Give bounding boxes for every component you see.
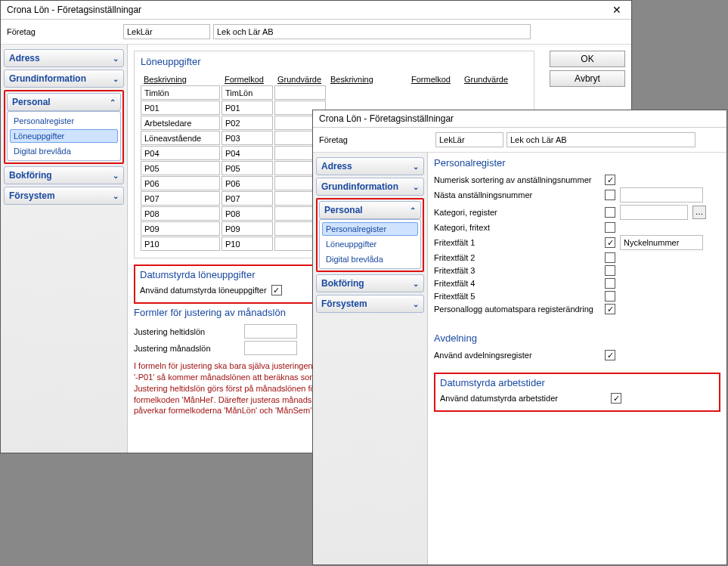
label: Fritextfält 4 (434, 279, 600, 288)
cell-formelkod[interactable] (221, 176, 273, 190)
nav-personal[interactable]: Personal ⌃ (7, 93, 121, 111)
label: Fritextfält 1 (434, 238, 600, 247)
cell-beskrivning[interactable] (141, 161, 220, 175)
input-kategori-register[interactable] (620, 205, 688, 220)
input-nasta[interactable] (620, 187, 703, 203)
cell-beskrivning[interactable] (141, 131, 220, 145)
nav-forsystem[interactable]: Försystem ⌄ (316, 295, 424, 313)
chevron-up-icon: ⌃ (410, 206, 416, 215)
company-code-input[interactable] (123, 24, 210, 39)
chevron-down-icon: ⌄ (113, 54, 119, 63)
input-justering-heltid[interactable] (244, 324, 297, 339)
nav-bokforing[interactable]: Bokföring ⌄ (4, 166, 124, 184)
window-title: Crona Lön - Företagsinställningar (319, 113, 454, 124)
nav-adress[interactable]: Adress ⌄ (4, 49, 124, 67)
cell-beskrivning[interactable] (141, 191, 220, 206)
sidebar-item-loneuppgifter[interactable]: Löneuppgifter (10, 129, 118, 143)
checkbox-fritext1[interactable] (605, 237, 615, 248)
label: Kategori, register (434, 208, 600, 217)
cell-formelkod[interactable] (221, 101, 273, 115)
section-title: Datumstyrda arbetstider (440, 377, 714, 388)
company-row: Företag (1, 20, 631, 45)
checkbox-fritext4[interactable] (605, 278, 615, 289)
cell-beskrivning[interactable] (141, 221, 220, 236)
chevron-up-icon: ⌃ (110, 98, 116, 107)
cell-formelkod[interactable] (221, 237, 273, 251)
row-anvand-datum-arbetstider: Använd datumstyrda arbetstider (440, 393, 714, 404)
checkbox-anvand-datum-lone[interactable] (271, 285, 282, 295)
cell-beskrivning[interactable] (141, 85, 220, 100)
cancel-button[interactable]: Avbryt (550, 70, 625, 87)
nav-personal[interactable]: Personal ⌃ (319, 201, 421, 219)
input-fritext1[interactable] (620, 235, 703, 250)
label: Fritextfält 2 (434, 253, 600, 262)
chevron-down-icon: ⌄ (113, 192, 119, 200)
ellipsis-button[interactable]: … (692, 206, 706, 219)
highlight-personal-nav: Personal ⌃ Personalregister Löneuppgifte… (4, 90, 124, 164)
sidebar-item-personalregister[interactable]: Personalregister (322, 222, 418, 236)
close-icon[interactable]: ✕ (609, 4, 625, 16)
cell-beskrivning[interactable] (141, 237, 220, 251)
cell-beskrivning[interactable] (141, 146, 220, 160)
company-label: Företag (319, 135, 432, 144)
company-label: Företag (7, 27, 120, 36)
row-fritext4: Fritextfält 4 (434, 278, 720, 289)
company-name-input[interactable] (507, 132, 695, 147)
cell-formelkod[interactable] (221, 131, 273, 145)
checkbox-fritext3[interactable] (605, 265, 615, 276)
checkbox-fritext5[interactable] (605, 291, 615, 302)
label: Numerisk sortering av anställningsnummer (434, 175, 600, 184)
cell-grundvarde[interactable] (274, 85, 326, 100)
window-personalregister: Crona Lön - Företagsinställningar Företa… (312, 110, 727, 565)
cell-formelkod[interactable] (221, 116, 273, 130)
cell-beskrivning[interactable] (141, 176, 220, 190)
cell-formelkod[interactable] (221, 221, 273, 236)
cell-formelkod[interactable] (221, 191, 273, 206)
nav-bokforing[interactable]: Bokföring ⌄ (316, 274, 424, 292)
sidebar-item-digital-brevlada[interactable]: Digital brevlåda (322, 252, 418, 266)
row-nasta: Nästa anställningsnummer (434, 187, 720, 203)
checkbox-anvand-datum-arbetstider[interactable] (611, 393, 621, 404)
cell-beskrivning[interactable] (141, 116, 220, 130)
nav-adress[interactable]: Adress ⌄ (316, 157, 424, 175)
window-title: Crona Lön - Företagsinställningar (7, 5, 141, 15)
chevron-down-icon: ⌄ (413, 162, 419, 171)
row-avdelningsregister: Använd avdelningsregister (434, 350, 720, 360)
nav-grundinformation[interactable]: Grundinformation ⌄ (316, 178, 424, 196)
checkbox-nasta[interactable] (605, 190, 615, 200)
titlebar: Crona Lön - Företagsinställningar ✕ (1, 1, 631, 20)
nav-grundinformation[interactable]: Grundinformation ⌄ (4, 70, 124, 88)
checkbox-numerisk[interactable] (605, 175, 615, 185)
titlebar: Crona Lön - Företagsinställningar (313, 110, 726, 128)
highlight-personal-nav: Personal ⌃ Personalregister Löneuppgifte… (316, 198, 424, 272)
checkbox-personallogg[interactable] (605, 304, 615, 314)
sidebar-item-digital-brevlada[interactable]: Digital brevlåda (10, 144, 118, 158)
checkbox-fritext2[interactable] (605, 252, 615, 263)
section-personalregister: Personalregister Numerisk sortering av a… (434, 157, 720, 314)
cell-formelkod[interactable] (221, 206, 273, 221)
chevron-down-icon: ⌄ (413, 280, 419, 288)
nav-forsystem[interactable]: Försystem ⌄ (4, 187, 124, 205)
grid-row (141, 85, 528, 100)
cell-formelkod[interactable] (221, 85, 273, 100)
chevron-down-icon: ⌄ (113, 172, 119, 180)
sidebar-item-loneuppgifter[interactable]: Löneuppgifter (322, 237, 418, 251)
row-kategori-register: Kategori, register … (434, 205, 720, 220)
section-title: Löneuppgifter (141, 56, 528, 67)
ok-button[interactable]: OK (550, 51, 625, 67)
sidebar: Adress ⌄ Grundinformation ⌄ Personal ⌃ P… (313, 153, 428, 564)
label: Kategori, fritext (434, 223, 600, 232)
cell-beskrivning[interactable] (141, 206, 220, 221)
cell-formelkod[interactable] (221, 146, 273, 160)
input-justering-manad[interactable] (244, 341, 297, 355)
checkbox-kategori-register[interactable] (605, 207, 615, 218)
sidebar-item-personalregister[interactable]: Personalregister (10, 114, 118, 128)
cell-formelkod[interactable] (221, 161, 273, 175)
checkbox-kategori-fritext[interactable] (605, 222, 615, 233)
label: Använd avdelningsregister (434, 351, 600, 360)
col-grundvarde2: Grundvärde (461, 73, 513, 85)
company-code-input[interactable] (435, 132, 503, 147)
cell-beskrivning[interactable] (141, 101, 220, 115)
checkbox-avdelningsregister[interactable] (605, 350, 615, 360)
company-name-input[interactable] (213, 24, 531, 39)
